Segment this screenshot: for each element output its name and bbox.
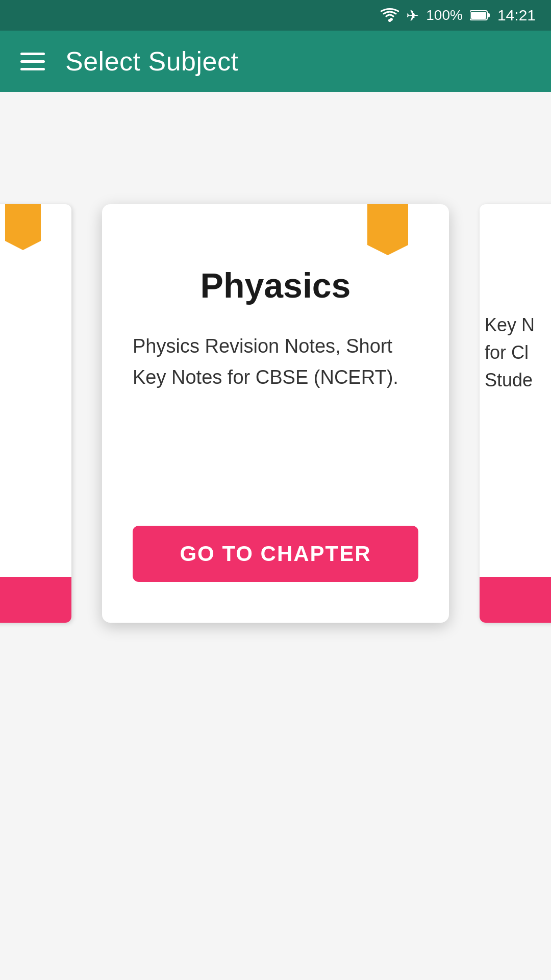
card-body: Phyasics Physics Revision Notes, Short K…: [102, 204, 449, 623]
right-card-bottom-bar: [480, 577, 551, 623]
center-card-bookmark: [367, 204, 408, 255]
menu-button[interactable]: [20, 53, 45, 70]
airplane-icon: ✈: [406, 7, 419, 24]
app-bar: Select Subject: [0, 31, 551, 92]
card-center-main[interactable]: Phyasics Physics Revision Notes, Short K…: [102, 204, 449, 623]
status-time: 14:21: [497, 7, 536, 24]
menu-line-1: [20, 53, 45, 55]
card-right-partial[interactable]: Key N for Cl Stude: [480, 204, 551, 623]
right-text-line-1: Key N: [485, 311, 535, 339]
battery-icon: [470, 10, 490, 21]
menu-line-3: [20, 68, 45, 70]
card-spacer: [133, 424, 418, 526]
left-card-bottom-bar: [0, 577, 71, 623]
svg-rect-2: [471, 12, 486, 19]
svg-point-0: [388, 19, 391, 22]
go-to-chapter-button[interactable]: GO TO CHAPTER: [133, 526, 418, 582]
left-card-bookmark: [5, 204, 41, 250]
right-text-line-3: Stude: [485, 366, 535, 394]
menu-line-2: [20, 60, 45, 63]
wifi-icon: [381, 8, 399, 22]
card-description: Physics Revision Notes, Short Key Notes …: [133, 331, 418, 393]
card-left-partial[interactable]: [0, 204, 71, 623]
page-title: Select Subject: [65, 46, 238, 77]
status-icons: ✈ 100% 14:21: [381, 7, 536, 24]
main-content: Phyasics Physics Revision Notes, Short K…: [0, 92, 551, 980]
status-bar: ✈ 100% 14:21: [0, 0, 551, 31]
cards-container: Phyasics Physics Revision Notes, Short K…: [0, 204, 551, 664]
right-card-text: Key N for Cl Stude: [485, 311, 535, 394]
battery-percent: 100%: [426, 7, 463, 23]
right-text-line-2: for Cl: [485, 339, 535, 366]
svg-rect-3: [487, 13, 490, 17]
card-title: Phyasics: [133, 265, 418, 305]
